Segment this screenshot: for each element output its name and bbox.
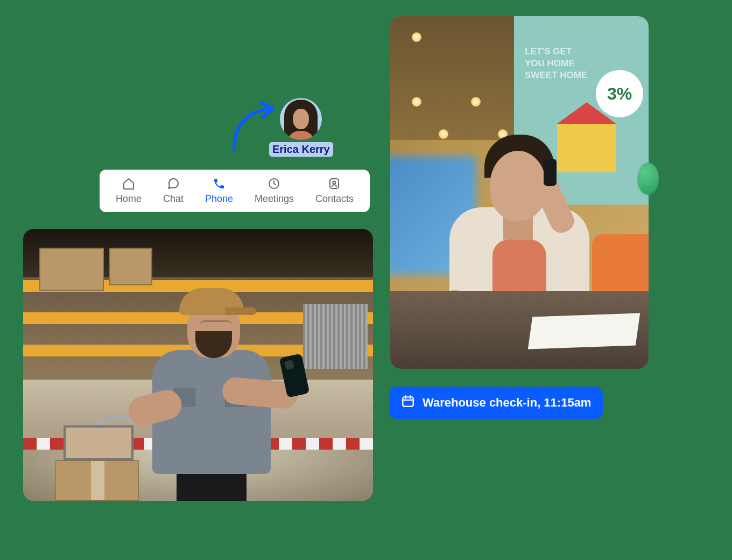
svg-rect-3: [403, 397, 413, 406]
nav-phone[interactable]: Phone: [205, 177, 233, 205]
poster-text: LET'S GET YOU HOME SWEET HOME: [525, 46, 587, 81]
nav-label: Phone: [205, 193, 233, 205]
man-figure: [125, 275, 298, 501]
decorative-balloon: [637, 163, 659, 195]
contacts-icon: [328, 177, 341, 190]
nav-meetings[interactable]: Meetings: [255, 177, 294, 205]
home-icon: [122, 177, 135, 190]
svg-point-2: [333, 181, 336, 184]
clock-icon: [268, 177, 280, 190]
calendar-event-label: Warehouse check-in, 11:15am: [423, 396, 591, 410]
office-woman-photo: LET'S GET YOU HOME SWEET HOME 3%: [390, 16, 649, 369]
nav-label: Contacts: [315, 193, 354, 205]
nav-label: Home: [116, 193, 142, 205]
contact-avatar: [280, 98, 322, 140]
nav-contacts[interactable]: Contacts: [315, 177, 354, 205]
phone-icon: [213, 177, 226, 190]
contact-name: Erica Kerry: [269, 142, 333, 157]
calendar-event-chip[interactable]: Warehouse check-in, 11:15am: [389, 387, 603, 419]
warehouse-man-photo: [23, 229, 373, 501]
nav-label: Chat: [163, 193, 184, 205]
nav-bar: Home Chat Phone Meetings Contacts: [100, 170, 370, 212]
calendar-icon: [401, 394, 415, 411]
nav-chat[interactable]: Chat: [163, 177, 184, 205]
contact-badge: Erica Kerry: [226, 93, 334, 163]
chat-icon: [167, 177, 180, 190]
nav-home[interactable]: Home: [116, 177, 142, 205]
nav-label: Meetings: [255, 193, 294, 205]
